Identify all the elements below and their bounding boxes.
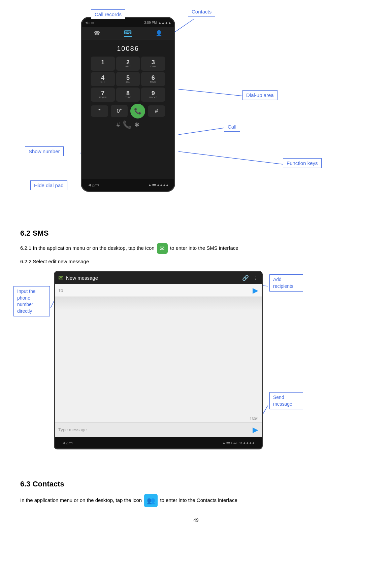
sms-compose-bar: Type message ▶: [55, 422, 262, 437]
phone-number-display: 10086: [117, 45, 139, 53]
sms-to-input[interactable]: [63, 288, 253, 293]
phone-down-icon: 📞: [123, 121, 132, 129]
sms-body-gradient: [55, 297, 262, 310]
call-records-annotation: Call records: [91, 9, 125, 19]
dial-key-7[interactable]: 7PQRS: [91, 88, 115, 102]
dial-up-area-annotation: Dial-up area: [242, 90, 277, 100]
recent-icon-sms: ▭: [69, 440, 73, 445]
call-records-tab-icon: ☎: [94, 30, 100, 36]
contacts-app-icon: 👥: [144, 494, 158, 507]
dial-key-2[interactable]: 2ABC: [116, 57, 140, 71]
send-message-annotation: Send message: [269, 392, 303, 409]
asterisk-icon: ✱: [134, 121, 139, 129]
sms-to-label: To: [58, 288, 63, 293]
phone-bottom-bar: ◄ ⌂ ▭ ▲ ■■ ▲▲▲▲: [82, 179, 174, 191]
dial-key-8[interactable]: 8TUV: [116, 88, 140, 102]
dial-key-4[interactable]: 4GHI: [91, 72, 115, 86]
phone-diagram-section: ◄ ⌂ ▭ 3:09 PM ▲▲▲▲ ☎ ⌨ 👤 10086 1 2ABC 3D…: [13, 7, 379, 215]
svg-line-4: [178, 128, 224, 135]
function-keys-annotation: Function keys: [283, 158, 322, 168]
dial-key-3[interactable]: 3DEF: [141, 57, 165, 71]
contacts-tab-icon: 👤: [156, 30, 162, 36]
section-62-heading: 6.2 SMS: [20, 229, 379, 238]
add-recipients-annotation: Add recipients: [269, 274, 303, 292]
dial-key-9[interactable]: 9WXYZ: [141, 88, 165, 102]
phone-time: 3:09 PM: [144, 21, 157, 25]
home-icon-sms: ⌂: [66, 440, 69, 445]
hide-dial-pad-annotation: Hide dial pad: [30, 180, 67, 190]
sms-to-bar: To ▶: [55, 284, 262, 297]
page-number: 49: [13, 517, 379, 523]
dial-key-5[interactable]: 5JKL: [116, 72, 140, 86]
sms-body-area: 160/1: [55, 297, 262, 422]
sms-app-icon-small: ✉: [58, 274, 63, 282]
dial-key-6[interactable]: 6MNO: [141, 72, 165, 86]
status-icons: ▲ ■■ ▲▲▲▲: [149, 183, 169, 186]
sms-mockup: ✉ New message 🔗 ⋮ To ▶ 160/1 Type messag: [54, 271, 263, 449]
input-phone-annotation: Input the phone number directly: [13, 286, 50, 316]
more-icon[interactable]: ⋮: [253, 275, 258, 281]
sms-app-icon: ✉: [157, 243, 168, 254]
back-icon: ◄: [87, 182, 92, 188]
bottom-icon-row: # 📞 ✱: [117, 121, 139, 129]
section-63-para1: In the application menu or on the deskto…: [20, 494, 372, 507]
dial-key-0[interactable]: 0+: [111, 105, 128, 117]
sms-screen-title: New message: [66, 275, 239, 281]
char-count: 160/1: [250, 417, 259, 421]
sms-top-actions: 🔗 ⋮: [242, 275, 258, 281]
sms-recipient-arrow[interactable]: ▶: [253, 286, 258, 295]
back-icon-sms: ◄: [62, 440, 66, 445]
sms-top-bar: ✉ New message 🔗 ⋮: [55, 272, 262, 284]
dial-grid: 1 2ABC 3DEF 4GHI 5JKL 6MNO 7PQRS 8TUV 9W…: [91, 57, 165, 102]
call-button[interactable]: 📞: [130, 104, 145, 118]
dial-key-hash[interactable]: #: [148, 105, 165, 117]
sms-diagram-section: ✉ New message 🔗 ⋮ To ▶ 160/1 Type messag: [13, 268, 379, 470]
phone-status-bar: ◄ ⌂ ▭ 3:09 PM ▲▲▲▲: [82, 18, 174, 27]
section-62-para1: 6.2.1 In the application menu or on the …: [20, 243, 372, 254]
svg-line-5: [178, 151, 283, 164]
svg-line-3: [178, 89, 242, 96]
dialer-tab-icon: ⌨: [124, 29, 132, 37]
recent-icon: ▭: [95, 182, 99, 188]
phone-tab-bar: ☎ ⌨ 👤: [82, 27, 174, 39]
show-number-annotation: Show number: [25, 146, 64, 156]
section-63-heading: 6.3 Contacts: [20, 480, 379, 488]
sms-type-placeholder: Type message: [58, 427, 250, 432]
annotation-lines-svg: [13, 7, 379, 215]
hashtag-icon: #: [117, 122, 120, 129]
home-icon: ⌂: [92, 182, 95, 188]
section-622-subheading: 6.2.2 Select edit new message: [20, 259, 372, 264]
phone-mockup: ◄ ⌂ ▭ 3:09 PM ▲▲▲▲ ☎ ⌨ 👤 10086 1 2ABC 3D…: [81, 17, 175, 192]
attach-icon[interactable]: 🔗: [242, 275, 249, 281]
contacts-annotation: Contacts: [188, 7, 215, 16]
sms-status-bar: ▲ ■■ 3:12 PM ▲▲▲▲: [223, 441, 255, 444]
dial-call-row: * 0+ 📞 #: [91, 104, 165, 118]
dial-key-1[interactable]: 1: [91, 57, 115, 71]
page-container: ◄ ⌂ ▭ 3:09 PM ▲▲▲▲ ☎ ⌨ 👤 10086 1 2ABC 3D…: [0, 0, 392, 536]
call-annotation: Call: [224, 122, 240, 132]
dial-key-star[interactable]: *: [91, 105, 108, 117]
phone-screen-body: 10086 1 2ABC 3DEF 4GHI 5JKL 6MNO 7PQRS 8…: [82, 39, 174, 179]
sms-bottom-bar: ◄ ⌂ ▭ ▲ ■■ 3:12 PM ▲▲▲▲: [55, 437, 262, 448]
send-button[interactable]: ▶: [253, 426, 258, 434]
contacts-section: 6.3 Contacts In the application menu or …: [13, 480, 379, 507]
